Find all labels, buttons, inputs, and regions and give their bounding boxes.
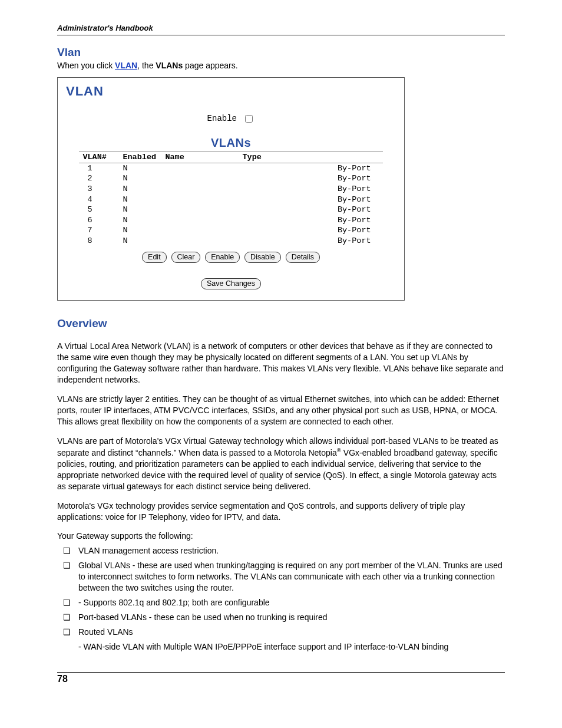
table-row[interactable]: 3NBy-Port — [79, 184, 382, 195]
edit-button[interactable]: Edit — [142, 252, 167, 263]
table-row[interactable]: 6NBy-Port — [79, 215, 382, 226]
cell-enabled: N — [119, 225, 161, 236]
footer-rule — [57, 672, 505, 673]
cell-enabled: N — [119, 163, 161, 173]
overview-p5: Your Gateway supports the following: — [57, 531, 505, 542]
cell-name — [161, 236, 239, 246]
cell-enabled: N — [119, 184, 161, 195]
save-changes-button[interactable]: Save Changes — [201, 278, 261, 289]
overview-p2: VLANs are strictly layer 2 entities. The… — [57, 394, 505, 427]
cell-type: By-Port — [239, 225, 382, 236]
cell-vlan: 5 — [79, 205, 119, 215]
table-row[interactable]: 2NBy-Port — [79, 173, 382, 184]
cell-name — [161, 215, 239, 226]
cell-vlan: 3 — [79, 184, 119, 195]
enable-button[interactable]: Enable — [205, 252, 240, 263]
cell-enabled: N — [119, 236, 161, 246]
cell-name — [161, 225, 239, 236]
running-header: Administrator's Handbook — [57, 24, 505, 35]
cell-vlan: 1 — [79, 163, 119, 173]
list-item: Global VLANs - these are used when trunk… — [63, 560, 505, 594]
col-name: Name — [161, 151, 239, 163]
cell-vlan: 6 — [79, 215, 119, 226]
list-item: VLAN management access restriction. — [63, 545, 505, 556]
cell-enabled: N — [119, 195, 161, 205]
cell-name — [161, 205, 239, 215]
cell-type: By-Port — [239, 184, 382, 195]
intro-pre: When you click — [57, 61, 115, 70]
registered-mark: ® — [337, 447, 341, 453]
cell-name — [161, 173, 239, 184]
section-title-overview: Overview — [57, 317, 505, 330]
overview-p1: A Virtual Local Area Network (VLAN) is a… — [57, 341, 505, 386]
page-number: 78 — [57, 674, 505, 684]
table-row[interactable]: 5NBy-Port — [79, 205, 382, 215]
table-row[interactable]: 1NBy-Port — [79, 163, 382, 173]
cell-type: By-Port — [239, 236, 382, 246]
list-item: Port-based VLANs - these can be used whe… — [63, 612, 505, 623]
details-button[interactable]: Details — [286, 252, 320, 263]
cell-type: By-Port — [239, 173, 382, 184]
clear-button[interactable]: Clear — [171, 252, 201, 263]
cell-enabled: N — [119, 215, 161, 226]
cell-name — [161, 195, 239, 205]
cell-vlan: 8 — [79, 236, 119, 246]
table-row[interactable]: 4NBy-Port — [79, 195, 382, 205]
col-vlan: VLAN# — [79, 151, 119, 163]
cell-type: By-Port — [239, 205, 382, 215]
vlan-panel: VLAN Enable VLANs VLAN# Enabled Name Typ… — [57, 77, 405, 301]
overview-p4: Motorola's VGx technology provides servi… — [57, 500, 505, 523]
panel-title: VLAN — [66, 84, 396, 99]
header-rule — [57, 35, 505, 35]
save-button-row: Save Changes — [66, 278, 396, 289]
vlan-table: VLAN# Enabled Name Type 1NBy-Port 2NBy-P… — [79, 151, 382, 246]
intro-mid: , the — [137, 61, 156, 70]
disable-button[interactable]: Disable — [244, 252, 281, 263]
list-item: Routed VLANs — [63, 627, 505, 638]
cell-vlan: 2 — [79, 173, 119, 184]
cell-type: By-Port — [239, 163, 382, 173]
intro-post: page appears. — [183, 61, 237, 70]
cell-enabled: N — [119, 173, 161, 184]
table-row[interactable]: 8NBy-Port — [79, 236, 382, 246]
intro-paragraph: When you click VLAN, the VLANs page appe… — [57, 60, 505, 71]
cell-vlan: 4 — [79, 195, 119, 205]
enable-checkbox[interactable] — [245, 115, 253, 123]
cell-type: By-Port — [239, 195, 382, 205]
col-type: Type — [239, 151, 382, 163]
feature-list: VLAN management access restriction. Glob… — [63, 545, 505, 637]
cell-vlan: 7 — [79, 225, 119, 236]
cell-type: By-Port — [239, 215, 382, 226]
cell-name — [161, 163, 239, 173]
enable-row: Enable — [66, 113, 396, 124]
table-row[interactable]: 7NBy-Port — [79, 225, 382, 236]
vlan-table-header: VLAN# Enabled Name Type — [79, 151, 382, 163]
overview-p3: VLANs are part of Motorola's VGx Virtual… — [57, 436, 505, 492]
cell-enabled: N — [119, 205, 161, 215]
col-enabled: Enabled — [119, 151, 161, 163]
cell-name — [161, 184, 239, 195]
intro-bold: VLANs — [156, 61, 183, 70]
routed-vlans-subline: - WAN-side VLAN with Multiple WAN IPoE/P… — [78, 641, 505, 653]
enable-label: Enable — [207, 114, 237, 123]
vlan-link[interactable]: VLAN — [115, 61, 137, 70]
panel-subtitle: VLANs — [66, 136, 396, 150]
action-button-row: Edit Clear Enable Disable Details — [66, 252, 396, 263]
section-title-vlan: Vlan — [57, 46, 505, 59]
list-item: - Supports 802.1q and 802.1p; both are c… — [63, 597, 505, 608]
